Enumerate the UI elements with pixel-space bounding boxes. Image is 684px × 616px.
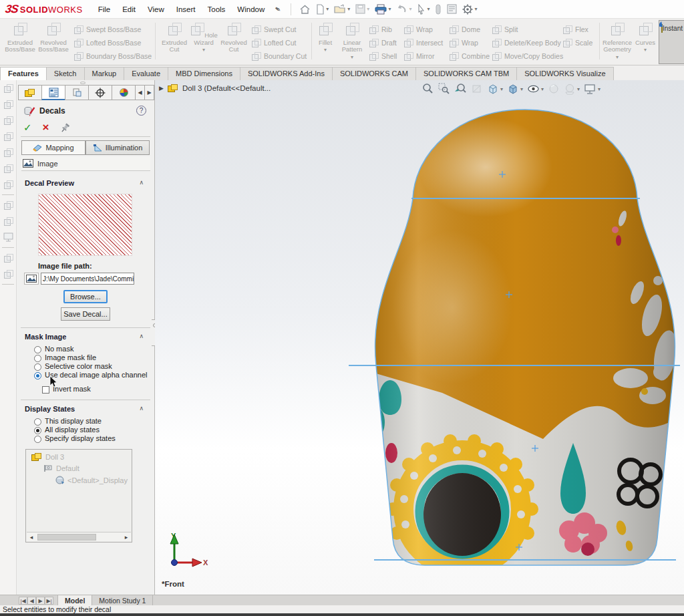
options-gear-button[interactable]: ▾ — [462, 4, 477, 15]
tab-mbd-dimensions[interactable]: MBD Dimensions — [168, 67, 240, 80]
tab-solidworks-visualize[interactable]: SOLIDWORKS Visualize — [516, 67, 613, 80]
view-orientation-button[interactable]: ▾ — [487, 83, 503, 95]
illumination-tab[interactable]: Illumination — [86, 140, 150, 155]
tree-item-part[interactable]: Doll 3 — [31, 453, 132, 461]
intersect-button[interactable]: Intersect — [403, 37, 443, 48]
tree-horizontal-scrollbar[interactable]: ◂ ▸ — [27, 532, 131, 541]
collapse-chevron-icon[interactable]: ∧ — [139, 405, 144, 412]
open-dropdown-caret[interactable]: ▾ — [347, 6, 350, 12]
reference-geometry-button[interactable]: Reference Geometry▾ — [602, 21, 633, 63]
feature-cube-icon[interactable] — [0, 80, 17, 96]
lofted-boss-button[interactable]: Lofted Boss/Base — [73, 37, 152, 48]
tab-solidworks-addins[interactable]: SOLIDWORKS Add-Ins — [240, 67, 333, 80]
task-pane-button[interactable] — [447, 4, 457, 14]
next-tab-button[interactable]: ▶ — [36, 597, 45, 605]
rib-button[interactable]: Rib — [369, 24, 397, 35]
linear-pattern-button[interactable]: Linear Pattern▾ — [338, 21, 366, 63]
invert-mask-checkbox[interactable] — [42, 386, 49, 394]
display-style-button[interactable]: ▾ — [507, 83, 523, 95]
view-settings-button[interactable]: ▾ — [584, 84, 601, 95]
new-dropdown-caret[interactable]: ▾ — [326, 6, 329, 12]
tab-configurationmanager[interactable] — [65, 85, 89, 100]
draft-button[interactable]: Draft — [369, 37, 397, 48]
radio-label[interactable]: Specify display states — [45, 434, 116, 442]
tab-dimxpertmanager[interactable] — [88, 85, 112, 100]
cancel-button[interactable]: × — [43, 123, 49, 132]
zoom-to-area-button[interactable] — [438, 83, 450, 95]
boundary-boss-button[interactable]: Boundary Boss/Base — [73, 51, 152, 61]
model-tab[interactable]: Model — [57, 595, 92, 605]
radio-this-display-state[interactable] — [34, 418, 41, 426]
tab-solidworks-cam[interactable]: SOLIDWORKS CAM — [332, 67, 416, 80]
wrap-2-button[interactable]: Wrap — [449, 37, 490, 48]
tab-sketch[interactable]: Sketch — [46, 67, 85, 80]
collapse-chevron-icon[interactable]: ∧ — [139, 179, 144, 186]
tab-evaluate[interactable]: Evaluate — [124, 67, 168, 80]
scale-button[interactable]: Scale — [562, 37, 592, 48]
menu-file[interactable]: File — [92, 3, 117, 16]
sketch-edit-icon[interactable] — [0, 197, 17, 213]
first-tab-button[interactable]: |◀ — [19, 597, 27, 605]
flyout-tree-arrow[interactable]: ▶ — [159, 85, 164, 92]
radio-no-mask[interactable] — [34, 346, 41, 353]
menu-edit[interactable]: Edit — [116, 3, 142, 16]
touch-mode-icon[interactable] — [435, 4, 442, 15]
document-breadcrumb[interactable]: ▶ Doll 3 (Default<<Default... — [159, 84, 271, 92]
pin-icon[interactable] — [60, 123, 71, 133]
extruded-cut-button[interactable]: Extruded Cut — [159, 21, 190, 63]
section-view-button[interactable] — [471, 83, 483, 95]
scroll-right-arrow[interactable]: ▸ — [122, 534, 131, 541]
prev-tab-button[interactable]: ◀ — [27, 597, 36, 605]
radio-all-display-states[interactable] — [34, 427, 41, 434]
swept-cut-button[interactable]: Swept Cut — [251, 24, 307, 35]
tab-displaymanager[interactable] — [112, 85, 136, 100]
instant3d-button[interactable]: Instant — [659, 20, 684, 64]
collapse-chevron-icon[interactable]: ∧ — [139, 333, 144, 339]
hide-show-items-button[interactable]: ▾ — [527, 83, 544, 95]
tabs-scroll-left[interactable]: ◀ — [135, 85, 145, 100]
panel-drag-handle[interactable] — [80, 82, 86, 84]
paste-appearance-icon[interactable] — [0, 266, 17, 282]
delete-keep-body-button[interactable]: Delete/Keep Body — [492, 37, 563, 48]
options-dropdown-caret[interactable]: ▾ — [474, 6, 477, 12]
display-states-header[interactable]: Display States — [25, 405, 75, 413]
feature-cube-icon[interactable] — [0, 176, 17, 192]
radio-specify-display-states[interactable] — [34, 436, 41, 443]
tab-features[interactable]: Features — [0, 67, 47, 80]
print-dropdown-caret[interactable]: ▾ — [388, 6, 391, 12]
motion-study-tab[interactable]: Motion Study 1 — [92, 595, 153, 605]
revolved-cut-button[interactable]: Revolved Cut — [218, 21, 249, 63]
mask-image-header[interactable]: Mask Image — [25, 333, 66, 341]
checkbox-label[interactable]: Invert mask — [53, 385, 91, 393]
model-canvas[interactable] — [155, 80, 684, 595]
edit-feature-icon[interactable] — [0, 213, 17, 229]
scroll-left-arrow[interactable]: ◂ — [27, 534, 36, 541]
tree-item-configuration[interactable]: Default — [43, 464, 132, 472]
tab-featuremanager[interactable] — [18, 85, 42, 100]
undo-button[interactable]: ▾ — [396, 4, 411, 14]
help-icon[interactable]: ? — [136, 106, 146, 116]
flex-button[interactable]: Flex — [562, 24, 592, 35]
feature-cube-icon[interactable] — [0, 96, 17, 112]
hole-wizard-button[interactable]: Hole Wizard▾ — [190, 21, 218, 63]
wrap-button[interactable]: Wrap — [403, 24, 443, 35]
tab-markup[interactable]: Markup — [84, 67, 125, 80]
image-file-path-input[interactable]: J:\My Documents\Jade\Commis — [41, 273, 134, 285]
undo-dropdown-caret[interactable]: ▾ — [409, 6, 411, 12]
feature-cube-icon[interactable] — [0, 112, 17, 128]
pin-menu-icon[interactable]: ✒ — [273, 3, 283, 15]
curves-button[interactable]: Curves▾ — [633, 21, 657, 63]
tab-solidworks-cam-tbm[interactable]: SOLIDWORKS CAM TBM — [415, 67, 517, 80]
document-label[interactable]: Doll 3 (Default<<Default... — [182, 84, 271, 92]
revolved-boss-button[interactable]: Revolved Boss/Base — [37, 21, 69, 63]
print-button[interactable]: ▾ — [375, 4, 391, 15]
save-dropdown-caret[interactable]: ▾ — [367, 6, 369, 12]
radio-label[interactable]: Use decal image alpha channel — [45, 371, 148, 379]
decal-preview-header[interactable]: Decal Preview — [25, 179, 74, 187]
browse-button[interactable]: Browse... — [63, 290, 108, 303]
ok-button[interactable]: ✓ — [23, 122, 32, 134]
menu-tools[interactable]: Tools — [202, 3, 232, 16]
home-button[interactable] — [299, 4, 311, 15]
scrollbar-thumb[interactable] — [37, 534, 96, 541]
extruded-boss-button[interactable]: Extruded Boss/Base — [4, 21, 36, 63]
